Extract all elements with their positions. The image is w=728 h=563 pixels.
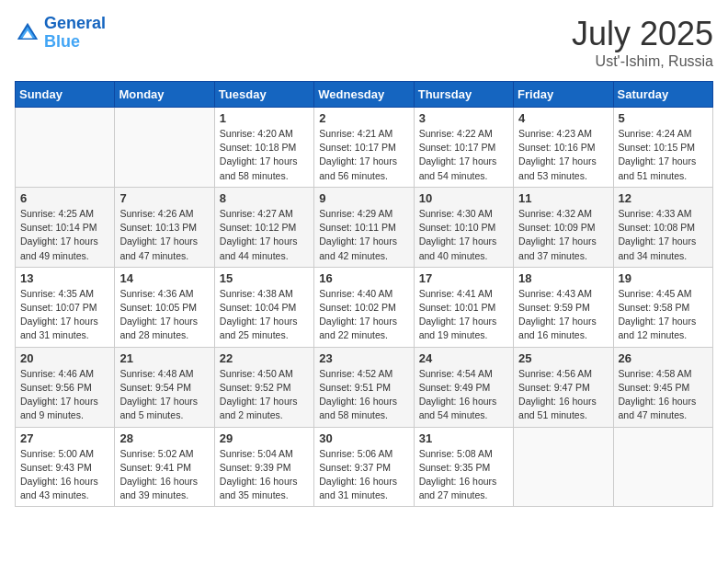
day-number: 5 bbox=[619, 111, 708, 125]
calendar-cell: 15Sunrise: 4:38 AM Sunset: 10:04 PM Dayl… bbox=[214, 267, 313, 347]
calendar-cell: 16Sunrise: 4:40 AM Sunset: 10:02 PM Dayl… bbox=[314, 267, 414, 347]
day-info: Sunrise: 4:56 AM Sunset: 9:47 PM Dayligh… bbox=[518, 367, 608, 423]
calendar-cell: 8Sunrise: 4:27 AM Sunset: 10:12 PM Dayli… bbox=[214, 187, 313, 267]
calendar-cell: 9Sunrise: 4:29 AM Sunset: 10:11 PM Dayli… bbox=[314, 187, 414, 267]
day-number: 25 bbox=[518, 351, 608, 365]
day-number: 10 bbox=[419, 191, 508, 205]
day-number: 28 bbox=[119, 431, 209, 445]
day-info: Sunrise: 4:33 AM Sunset: 10:08 PM Daylig… bbox=[619, 207, 708, 263]
calendar-cell bbox=[115, 108, 214, 188]
day-number: 17 bbox=[419, 271, 508, 285]
calendar-cell: 10Sunrise: 4:30 AM Sunset: 10:10 PM Dayl… bbox=[414, 187, 513, 267]
day-info: Sunrise: 4:21 AM Sunset: 10:17 PM Daylig… bbox=[319, 127, 408, 183]
day-info: Sunrise: 4:24 AM Sunset: 10:15 PM Daylig… bbox=[619, 127, 708, 183]
calendar-cell: 7Sunrise: 4:26 AM Sunset: 10:13 PM Dayli… bbox=[115, 187, 214, 267]
calendar-cell: 21Sunrise: 4:48 AM Sunset: 9:54 PM Dayli… bbox=[115, 347, 214, 427]
weekday-header: Saturday bbox=[613, 82, 712, 108]
day-number: 2 bbox=[319, 111, 408, 125]
day-number: 19 bbox=[619, 271, 708, 285]
calendar-cell: 11Sunrise: 4:32 AM Sunset: 10:09 PM Dayl… bbox=[514, 187, 613, 267]
title-block: July 2025 Ust'-Ishim, Russia bbox=[572, 15, 713, 70]
day-number: 4 bbox=[518, 111, 608, 125]
weekday-header: Tuesday bbox=[214, 82, 313, 108]
day-info: Sunrise: 4:40 AM Sunset: 10:02 PM Daylig… bbox=[319, 287, 408, 343]
day-number: 12 bbox=[619, 191, 708, 205]
day-info: Sunrise: 5:04 AM Sunset: 9:39 PM Dayligh… bbox=[220, 447, 309, 503]
day-info: Sunrise: 4:25 AM Sunset: 10:14 PM Daylig… bbox=[20, 207, 109, 263]
calendar-week-row: 6Sunrise: 4:25 AM Sunset: 10:14 PM Dayli… bbox=[16, 187, 713, 267]
weekday-header: Monday bbox=[115, 82, 214, 108]
calendar-week-row: 1Sunrise: 4:20 AM Sunset: 10:18 PM Dayli… bbox=[16, 108, 713, 188]
day-number: 23 bbox=[319, 351, 408, 365]
day-info: Sunrise: 4:46 AM Sunset: 9:56 PM Dayligh… bbox=[20, 367, 109, 423]
calendar-cell: 4Sunrise: 4:23 AM Sunset: 10:16 PM Dayli… bbox=[514, 108, 613, 188]
calendar-cell bbox=[613, 427, 712, 507]
day-info: Sunrise: 4:26 AM Sunset: 10:13 PM Daylig… bbox=[119, 207, 209, 263]
day-number: 31 bbox=[419, 431, 508, 445]
calendar-cell bbox=[16, 108, 115, 188]
day-info: Sunrise: 5:02 AM Sunset: 9:41 PM Dayligh… bbox=[119, 447, 209, 503]
weekday-header: Thursday bbox=[414, 82, 513, 108]
calendar-cell: 23Sunrise: 4:52 AM Sunset: 9:51 PM Dayli… bbox=[314, 347, 414, 427]
day-info: Sunrise: 4:58 AM Sunset: 9:45 PM Dayligh… bbox=[619, 367, 708, 423]
day-info: Sunrise: 4:43 AM Sunset: 9:59 PM Dayligh… bbox=[518, 287, 608, 343]
calendar-cell: 5Sunrise: 4:24 AM Sunset: 10:15 PM Dayli… bbox=[613, 108, 712, 188]
calendar-cell: 12Sunrise: 4:33 AM Sunset: 10:08 PM Dayl… bbox=[613, 187, 712, 267]
day-info: Sunrise: 4:32 AM Sunset: 10:09 PM Daylig… bbox=[518, 207, 608, 263]
day-number: 20 bbox=[20, 351, 109, 365]
calendar-cell: 29Sunrise: 5:04 AM Sunset: 9:39 PM Dayli… bbox=[214, 427, 313, 507]
day-info: Sunrise: 4:54 AM Sunset: 9:49 PM Dayligh… bbox=[419, 367, 508, 423]
calendar-cell: 24Sunrise: 4:54 AM Sunset: 9:49 PM Dayli… bbox=[414, 347, 513, 427]
day-number: 15 bbox=[220, 271, 309, 285]
month-title: July 2025 bbox=[572, 15, 713, 53]
logo: GeneralBlue bbox=[15, 15, 106, 52]
day-info: Sunrise: 4:27 AM Sunset: 10:12 PM Daylig… bbox=[220, 207, 309, 263]
day-info: Sunrise: 4:35 AM Sunset: 10:07 PM Daylig… bbox=[20, 287, 109, 343]
day-number: 30 bbox=[319, 431, 408, 445]
day-info: Sunrise: 4:29 AM Sunset: 10:11 PM Daylig… bbox=[319, 207, 408, 263]
day-info: Sunrise: 5:08 AM Sunset: 9:35 PM Dayligh… bbox=[419, 447, 508, 503]
weekday-header: Wednesday bbox=[314, 82, 414, 108]
calendar-cell: 30Sunrise: 5:06 AM Sunset: 9:37 PM Dayli… bbox=[314, 427, 414, 507]
calendar-cell: 2Sunrise: 4:21 AM Sunset: 10:17 PM Dayli… bbox=[314, 108, 414, 188]
day-info: Sunrise: 4:50 AM Sunset: 9:52 PM Dayligh… bbox=[220, 367, 309, 423]
calendar-cell: 28Sunrise: 5:02 AM Sunset: 9:41 PM Dayli… bbox=[115, 427, 214, 507]
location-title: Ust'-Ishim, Russia bbox=[572, 53, 713, 70]
day-info: Sunrise: 4:45 AM Sunset: 9:58 PM Dayligh… bbox=[619, 287, 708, 343]
calendar-cell: 20Sunrise: 4:46 AM Sunset: 9:56 PM Dayli… bbox=[16, 347, 115, 427]
logo-icon bbox=[15, 20, 40, 46]
logo-text: GeneralBlue bbox=[44, 15, 106, 52]
calendar-week-row: 13Sunrise: 4:35 AM Sunset: 10:07 PM Dayl… bbox=[16, 267, 713, 347]
day-info: Sunrise: 4:30 AM Sunset: 10:10 PM Daylig… bbox=[419, 207, 508, 263]
calendar-cell: 26Sunrise: 4:58 AM Sunset: 9:45 PM Dayli… bbox=[613, 347, 712, 427]
day-number: 29 bbox=[220, 431, 309, 445]
day-number: 14 bbox=[119, 271, 209, 285]
weekday-header: Sunday bbox=[16, 82, 115, 108]
day-info: Sunrise: 5:06 AM Sunset: 9:37 PM Dayligh… bbox=[319, 447, 408, 503]
calendar-cell: 19Sunrise: 4:45 AM Sunset: 9:58 PM Dayli… bbox=[613, 267, 712, 347]
day-number: 21 bbox=[119, 351, 209, 365]
weekday-header-row: SundayMondayTuesdayWednesdayThursdayFrid… bbox=[16, 82, 713, 108]
day-info: Sunrise: 4:20 AM Sunset: 10:18 PM Daylig… bbox=[220, 127, 309, 183]
day-number: 9 bbox=[319, 191, 408, 205]
calendar-week-row: 27Sunrise: 5:00 AM Sunset: 9:43 PM Dayli… bbox=[16, 427, 713, 507]
day-number: 3 bbox=[419, 111, 508, 125]
page-header: GeneralBlue July 2025 Ust'-Ishim, Russia bbox=[15, 15, 713, 70]
calendar-cell: 25Sunrise: 4:56 AM Sunset: 9:47 PM Dayli… bbox=[514, 347, 613, 427]
calendar-cell: 31Sunrise: 5:08 AM Sunset: 9:35 PM Dayli… bbox=[414, 427, 513, 507]
day-info: Sunrise: 4:41 AM Sunset: 10:01 PM Daylig… bbox=[419, 287, 508, 343]
day-info: Sunrise: 4:23 AM Sunset: 10:16 PM Daylig… bbox=[518, 127, 608, 183]
calendar-cell: 1Sunrise: 4:20 AM Sunset: 10:18 PM Dayli… bbox=[214, 108, 313, 188]
calendar-cell: 27Sunrise: 5:00 AM Sunset: 9:43 PM Dayli… bbox=[16, 427, 115, 507]
day-number: 1 bbox=[220, 111, 309, 125]
day-number: 27 bbox=[20, 431, 109, 445]
calendar-cell: 22Sunrise: 4:50 AM Sunset: 9:52 PM Dayli… bbox=[214, 347, 313, 427]
day-info: Sunrise: 4:52 AM Sunset: 9:51 PM Dayligh… bbox=[319, 367, 408, 423]
day-number: 8 bbox=[220, 191, 309, 205]
day-number: 24 bbox=[419, 351, 508, 365]
day-number: 13 bbox=[20, 271, 109, 285]
day-number: 16 bbox=[319, 271, 408, 285]
day-info: Sunrise: 4:36 AM Sunset: 10:05 PM Daylig… bbox=[119, 287, 209, 343]
weekday-header: Friday bbox=[514, 82, 613, 108]
day-info: Sunrise: 5:00 AM Sunset: 9:43 PM Dayligh… bbox=[20, 447, 109, 503]
